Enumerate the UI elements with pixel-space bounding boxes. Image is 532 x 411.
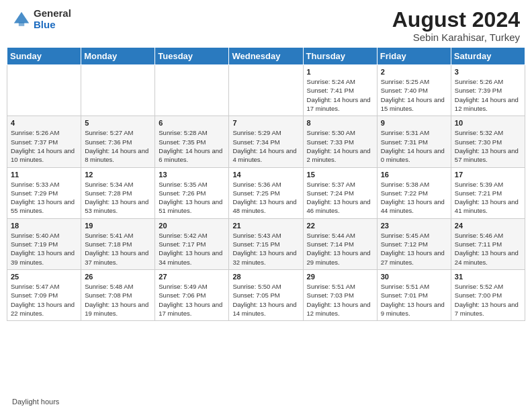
day-info: Sunrise: 5:38 AMSunset: 7:22 PMDaylight:…	[381, 180, 447, 216]
svg-rect-2	[19, 22, 24, 26]
logo-blue: Blue	[34, 19, 56, 30]
day-info: Sunrise: 5:31 AMSunset: 7:31 PMDaylight:…	[381, 128, 447, 164]
calendar-cell: 25Sunrise: 5:47 AMSunset: 7:09 PMDayligh…	[7, 269, 81, 320]
day-number: 20	[159, 222, 225, 230]
calendar-cell	[155, 65, 229, 116]
day-info: Sunrise: 5:26 AMSunset: 7:39 PMDaylight:…	[455, 77, 521, 113]
calendar-cell: 12Sunrise: 5:34 AMSunset: 7:28 PMDayligh…	[81, 167, 155, 218]
calendar-week-4: 18Sunrise: 5:40 AMSunset: 7:19 PMDayligh…	[7, 218, 525, 269]
day-info: Sunrise: 5:28 AMSunset: 7:35 PMDaylight:…	[159, 128, 225, 164]
day-number: 31	[455, 273, 521, 281]
day-info: Sunrise: 5:42 AMSunset: 7:17 PMDaylight:…	[159, 231, 225, 267]
day-info: Sunrise: 5:40 AMSunset: 7:19 PMDaylight:…	[11, 231, 77, 267]
day-number: 14	[232, 171, 299, 179]
calendar-cell: 10Sunrise: 5:32 AMSunset: 7:30 PMDayligh…	[451, 116, 525, 167]
page: General Blue August 2024 Sebin Karahisar…	[0, 0, 532, 411]
calendar-cell: 3Sunrise: 5:26 AMSunset: 7:39 PMDaylight…	[451, 65, 525, 116]
day-number: 17	[455, 171, 521, 179]
calendar-cell: 11Sunrise: 5:33 AMSunset: 7:29 PMDayligh…	[7, 167, 81, 218]
calendar-cell: 18Sunrise: 5:40 AMSunset: 7:19 PMDayligh…	[7, 218, 81, 269]
day-info: Sunrise: 5:33 AMSunset: 7:29 PMDaylight:…	[11, 180, 77, 216]
footer: Daylight hours	[0, 394, 532, 411]
day-number: 11	[11, 171, 77, 179]
day-number: 23	[381, 222, 447, 230]
location: Sebin Karahisar, Turkey	[392, 32, 520, 43]
calendar-header: SundayMondayTuesdayWednesdayThursdayFrid…	[7, 48, 525, 65]
day-number: 27	[159, 273, 225, 281]
general-blue-icon	[12, 10, 31, 29]
day-number: 30	[381, 273, 447, 281]
calendar-cell: 21Sunrise: 5:43 AMSunset: 7:15 PMDayligh…	[229, 218, 303, 269]
day-info: Sunrise: 5:44 AMSunset: 7:14 PMDaylight:…	[307, 231, 373, 267]
day-header-tuesday: Tuesday	[155, 48, 229, 65]
month-year: August 2024	[392, 8, 520, 32]
calendar-cell	[229, 65, 303, 116]
day-info: Sunrise: 5:25 AMSunset: 7:40 PMDaylight:…	[381, 77, 447, 113]
calendar-cell: 19Sunrise: 5:41 AMSunset: 7:18 PMDayligh…	[81, 218, 155, 269]
calendar-cell: 17Sunrise: 5:39 AMSunset: 7:21 PMDayligh…	[451, 167, 525, 218]
day-info: Sunrise: 5:29 AMSunset: 7:34 PMDaylight:…	[232, 128, 299, 164]
day-number: 22	[307, 222, 373, 230]
calendar-cell: 8Sunrise: 5:30 AMSunset: 7:33 PMDaylight…	[303, 116, 377, 167]
day-number: 13	[159, 171, 225, 179]
day-info: Sunrise: 5:41 AMSunset: 7:18 PMDaylight:…	[85, 231, 151, 267]
day-header-monday: Monday	[81, 48, 155, 65]
day-number: 24	[455, 222, 521, 230]
calendar-week-1: 1Sunrise: 5:24 AMSunset: 7:41 PMDaylight…	[7, 65, 525, 116]
calendar-week-3: 11Sunrise: 5:33 AMSunset: 7:29 PMDayligh…	[7, 167, 525, 218]
calendar-week-2: 4Sunrise: 5:26 AMSunset: 7:37 PMDaylight…	[7, 116, 525, 167]
calendar-cell	[7, 65, 81, 116]
day-number: 28	[232, 273, 299, 281]
day-info: Sunrise: 5:43 AMSunset: 7:15 PMDaylight:…	[232, 231, 299, 267]
calendar-cell: 28Sunrise: 5:50 AMSunset: 7:05 PMDayligh…	[229, 269, 303, 320]
daylight-label: Daylight hours	[12, 398, 59, 406]
day-info: Sunrise: 5:27 AMSunset: 7:36 PMDaylight:…	[85, 128, 151, 164]
day-number: 25	[11, 273, 77, 281]
day-info: Sunrise: 5:51 AMSunset: 7:03 PMDaylight:…	[307, 282, 373, 318]
day-info: Sunrise: 5:46 AMSunset: 7:11 PMDaylight:…	[455, 231, 521, 267]
header: General Blue August 2024 Sebin Karahisar…	[0, 0, 532, 47]
day-number: 7	[232, 119, 299, 127]
day-number: 3	[455, 68, 521, 76]
day-number: 9	[381, 119, 447, 127]
title-block: August 2024 Sebin Karahisar, Turkey	[392, 8, 520, 43]
day-info: Sunrise: 5:52 AMSunset: 7:00 PMDaylight:…	[455, 282, 521, 318]
day-number: 15	[307, 171, 373, 179]
calendar-cell: 6Sunrise: 5:28 AMSunset: 7:35 PMDaylight…	[155, 116, 229, 167]
calendar-cell: 15Sunrise: 5:37 AMSunset: 7:24 PMDayligh…	[303, 167, 377, 218]
calendar-cell: 16Sunrise: 5:38 AMSunset: 7:22 PMDayligh…	[377, 167, 451, 218]
calendar-cell: 24Sunrise: 5:46 AMSunset: 7:11 PMDayligh…	[451, 218, 525, 269]
calendar-cell: 29Sunrise: 5:51 AMSunset: 7:03 PMDayligh…	[303, 269, 377, 320]
calendar-table: SundayMondayTuesdayWednesdayThursdayFrid…	[7, 47, 525, 321]
day-header-saturday: Saturday	[451, 48, 525, 65]
calendar-cell: 4Sunrise: 5:26 AMSunset: 7:37 PMDaylight…	[7, 116, 81, 167]
calendar-cell: 22Sunrise: 5:44 AMSunset: 7:14 PMDayligh…	[303, 218, 377, 269]
day-info: Sunrise: 5:26 AMSunset: 7:37 PMDaylight:…	[11, 128, 77, 164]
day-number: 19	[85, 222, 151, 230]
calendar-cell: 9Sunrise: 5:31 AMSunset: 7:31 PMDaylight…	[377, 116, 451, 167]
day-info: Sunrise: 5:45 AMSunset: 7:12 PMDaylight:…	[381, 231, 447, 267]
day-number: 29	[307, 273, 373, 281]
day-number: 6	[159, 119, 225, 127]
calendar-cell: 30Sunrise: 5:51 AMSunset: 7:01 PMDayligh…	[377, 269, 451, 320]
calendar-cell: 27Sunrise: 5:49 AMSunset: 7:06 PMDayligh…	[155, 269, 229, 320]
day-number: 21	[232, 222, 299, 230]
calendar-cell: 13Sunrise: 5:35 AMSunset: 7:26 PMDayligh…	[155, 167, 229, 218]
day-number: 4	[11, 119, 77, 127]
day-info: Sunrise: 5:32 AMSunset: 7:30 PMDaylight:…	[455, 128, 521, 164]
day-info: Sunrise: 5:34 AMSunset: 7:28 PMDaylight:…	[85, 180, 151, 216]
calendar-cell: 20Sunrise: 5:42 AMSunset: 7:17 PMDayligh…	[155, 218, 229, 269]
day-number: 10	[455, 119, 521, 127]
calendar-cell: 31Sunrise: 5:52 AMSunset: 7:00 PMDayligh…	[451, 269, 525, 320]
day-number: 26	[85, 273, 151, 281]
calendar: SundayMondayTuesdayWednesdayThursdayFrid…	[0, 47, 532, 394]
day-info: Sunrise: 5:24 AMSunset: 7:41 PMDaylight:…	[307, 77, 373, 113]
day-number: 8	[307, 119, 373, 127]
day-header-wednesday: Wednesday	[229, 48, 303, 65]
logo: General Blue	[12, 8, 71, 30]
day-number: 2	[381, 68, 447, 76]
day-info: Sunrise: 5:50 AMSunset: 7:05 PMDaylight:…	[232, 282, 299, 318]
calendar-cell: 5Sunrise: 5:27 AMSunset: 7:36 PMDaylight…	[81, 116, 155, 167]
day-header-friday: Friday	[377, 48, 451, 65]
day-number: 1	[307, 68, 373, 76]
